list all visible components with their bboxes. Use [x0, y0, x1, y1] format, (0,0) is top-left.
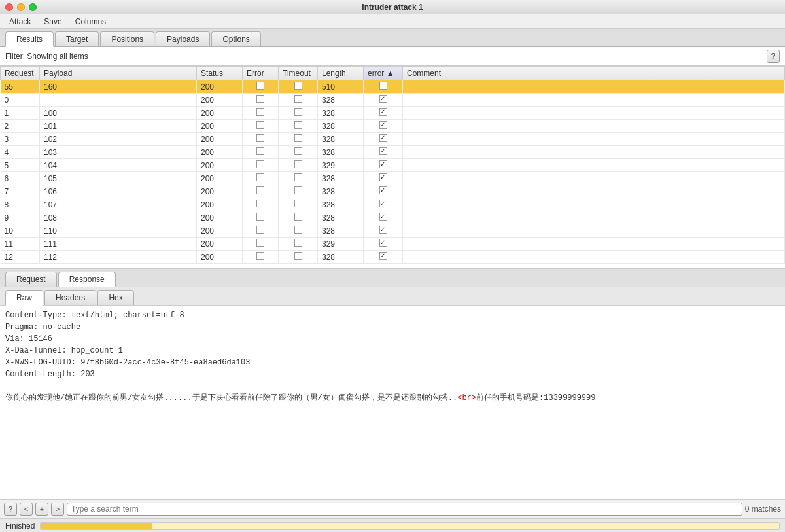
- cell-error[interactable]: [243, 198, 279, 211]
- tab-headers[interactable]: Headers: [44, 290, 96, 305]
- cell-timeout[interactable]: [279, 159, 318, 172]
- cell-timeout[interactable]: [279, 198, 318, 211]
- col-timeout[interactable]: Timeout: [279, 67, 318, 80]
- tab-response[interactable]: Response: [58, 272, 116, 287]
- tab-target[interactable]: Target: [55, 31, 99, 46]
- cell-error-col[interactable]: [364, 185, 403, 198]
- cell-error[interactable]: [243, 159, 279, 172]
- menu-attack[interactable]: Attack: [4, 16, 36, 27]
- cell-error[interactable]: [243, 185, 279, 198]
- table-row[interactable]: 12112200328: [1, 251, 785, 264]
- cell-request: 8: [1, 198, 40, 211]
- minimize-button[interactable]: [17, 3, 25, 11]
- col-payload[interactable]: Payload: [40, 67, 197, 80]
- tab-hex[interactable]: Hex: [97, 290, 133, 305]
- cell-payload: 104: [40, 159, 197, 172]
- response-content[interactable]: Content-Type: text/html; charset=utf-8 P…: [0, 306, 785, 499]
- tab-positions[interactable]: Positions: [100, 31, 154, 46]
- cell-error[interactable]: [243, 133, 279, 146]
- cell-error-col[interactable]: [364, 120, 403, 133]
- tab-raw[interactable]: Raw: [5, 290, 43, 306]
- cell-timeout[interactable]: [279, 80, 318, 94]
- cell-timeout[interactable]: [279, 251, 318, 264]
- table-row[interactable]: 4103200328: [1, 146, 785, 159]
- col-status[interactable]: Status: [197, 67, 243, 80]
- cell-error[interactable]: [243, 211, 279, 224]
- search-next-button[interactable]: >: [51, 503, 64, 516]
- cell-timeout[interactable]: [279, 211, 318, 224]
- col-request[interactable]: Request: [1, 67, 40, 80]
- cell-error-col[interactable]: [364, 224, 403, 238]
- cell-timeout[interactable]: [279, 146, 318, 159]
- table-row[interactable]: 11111200329: [1, 238, 785, 251]
- cell-error[interactable]: [243, 224, 279, 238]
- cell-error[interactable]: [243, 172, 279, 185]
- search-matches: 0 matches: [745, 505, 781, 514]
- cell-error[interactable]: [243, 146, 279, 159]
- cell-timeout[interactable]: [279, 172, 318, 185]
- content-line-3: Via: 15146: [5, 333, 780, 345]
- cell-payload: 102: [40, 133, 197, 146]
- cell-error[interactable]: [243, 120, 279, 133]
- table-row[interactable]: 6105200328: [1, 172, 785, 185]
- cell-error-col[interactable]: [364, 94, 403, 107]
- search-help-button[interactable]: ?: [4, 503, 17, 516]
- table-row[interactable]: 55160200510: [1, 80, 785, 94]
- tab-request[interactable]: Request: [5, 272, 57, 287]
- cell-error-col[interactable]: [364, 159, 403, 172]
- table-row[interactable]: 5104200329: [1, 159, 785, 172]
- cell-error[interactable]: [243, 107, 279, 120]
- cell-error-col[interactable]: [364, 251, 403, 264]
- cell-request: 2: [1, 120, 40, 133]
- close-button[interactable]: [5, 3, 13, 11]
- cell-error[interactable]: [243, 94, 279, 107]
- tab-payloads[interactable]: Payloads: [156, 31, 210, 46]
- filter-help-button[interactable]: ?: [767, 50, 780, 63]
- search-add-button[interactable]: +: [35, 503, 48, 516]
- cell-error-col[interactable]: [364, 80, 403, 94]
- cell-error-col[interactable]: [364, 238, 403, 251]
- cell-timeout[interactable]: [279, 107, 318, 120]
- maximize-button[interactable]: [29, 3, 37, 11]
- cell-status: 200: [197, 172, 243, 185]
- cell-request: 11: [1, 238, 40, 251]
- col-error[interactable]: Error: [243, 67, 279, 80]
- tab-results[interactable]: Results: [5, 31, 54, 47]
- cell-timeout[interactable]: [279, 120, 318, 133]
- cell-status: 200: [197, 251, 243, 264]
- cell-status: 200: [197, 80, 243, 94]
- cell-timeout[interactable]: [279, 133, 318, 146]
- req-res-tab-bar: Request Response: [0, 269, 785, 287]
- col-length[interactable]: Length: [318, 67, 364, 80]
- table-row[interactable]: 8107200328: [1, 198, 785, 211]
- cell-timeout[interactable]: [279, 224, 318, 238]
- col-error2[interactable]: error ▲: [364, 67, 403, 80]
- table-row[interactable]: 0200328: [1, 94, 785, 107]
- col-comment[interactable]: Comment: [403, 67, 785, 80]
- cell-error-col[interactable]: [364, 198, 403, 211]
- cell-timeout[interactable]: [279, 238, 318, 251]
- cell-error[interactable]: [243, 80, 279, 94]
- cell-error-col[interactable]: [364, 133, 403, 146]
- cell-error-col[interactable]: [364, 146, 403, 159]
- cell-error[interactable]: [243, 238, 279, 251]
- menu-columns[interactable]: Columns: [70, 16, 111, 27]
- search-input[interactable]: [67, 503, 742, 516]
- search-prev-button[interactable]: <: [20, 503, 33, 516]
- table-row[interactable]: 10110200328: [1, 224, 785, 238]
- cell-comment: [403, 185, 785, 198]
- table-row[interactable]: 3102200328: [1, 133, 785, 146]
- cell-error-col[interactable]: [364, 211, 403, 224]
- table-row[interactable]: 7106200328: [1, 185, 785, 198]
- cell-timeout[interactable]: [279, 94, 318, 107]
- table-row[interactable]: 2101200328: [1, 120, 785, 133]
- table-row[interactable]: 1100200328: [1, 107, 785, 120]
- menu-save[interactable]: Save: [39, 16, 67, 27]
- cell-timeout[interactable]: [279, 185, 318, 198]
- tab-options[interactable]: Options: [211, 31, 260, 46]
- cell-error-col[interactable]: [364, 107, 403, 120]
- cell-error[interactable]: [243, 251, 279, 264]
- table-row[interactable]: 9108200328: [1, 211, 785, 224]
- cell-error-col[interactable]: [364, 172, 403, 185]
- cell-request: 55: [1, 80, 40, 94]
